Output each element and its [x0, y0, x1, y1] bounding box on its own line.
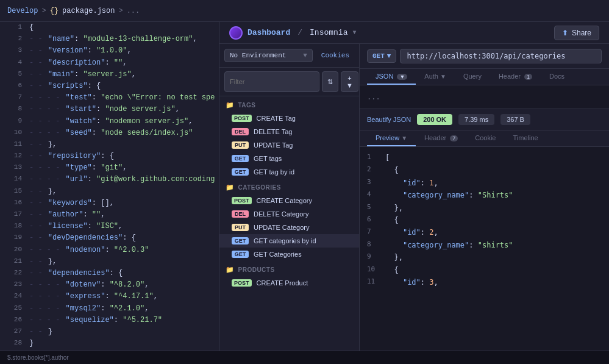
api-label: GET Categories — [254, 251, 302, 258]
res-line-4: 4 "category_name": "Shirts" — [367, 189, 602, 201]
code-line: 24- - - - "express": "^4.17.1", — [0, 291, 219, 302]
logo-insomnia: Insomnia — [310, 28, 347, 37]
code-line: 3- - "version": "1.0.0", — [0, 45, 219, 57]
api-item-get-categories-by-id[interactable]: GET GET categories by id — [219, 234, 359, 248]
cookies-button[interactable]: Cookies — [316, 49, 354, 62]
filter-sort-button[interactable]: ⇅ — [322, 71, 338, 92]
api-item-post-create-tag[interactable]: POST CREATE Tag — [219, 112, 359, 125]
api-item-del-delete-category[interactable]: DEL DELETE Category — [219, 207, 359, 221]
insomnia-body: No Environment ▼ Cookies ⇅ + ▼ — [219, 44, 609, 351]
api-item-post-create-category[interactable]: POST CREATE Category — [219, 194, 359, 207]
tab-query[interactable]: Query — [455, 69, 490, 85]
code-line: 2- - "name": "module-13-challenge-orm", — [0, 34, 219, 45]
code-line: 27- - } — [0, 326, 219, 338]
method-badge-del: DEL — [232, 210, 249, 218]
json-dropdown-icon: ▼ — [397, 74, 407, 80]
api-label: CREATE Tag — [257, 115, 296, 122]
res-line-9: 9 }, — [367, 251, 602, 263]
api-item-put-update-category[interactable]: PUT UPDATE Category — [219, 221, 359, 234]
code-line: 28} — [0, 338, 219, 349]
method-badge-get: GET — [232, 168, 249, 176]
api-label: GET tag by id — [254, 168, 294, 176]
method-badge-post: POST — [232, 279, 252, 287]
code-line: 23- - - - "dotenv": "^8.2.0", — [0, 279, 219, 291]
section-tags: 📁 TAGS — [219, 96, 359, 112]
code-line: 9- - - - "watch": "nodemon server.js", — [0, 116, 219, 127]
res-line-3: 3 "id": 1, — [367, 177, 602, 189]
json-placeholder: ... — [367, 93, 380, 101]
logo-caret-icon: ▼ — [352, 29, 356, 36]
api-item-post-create-product[interactable]: POST CREATE Product — [219, 276, 359, 290]
res-line-11: 11 "id": 3, — [367, 276, 602, 288]
api-item-get-categories[interactable]: GET GET Categories — [219, 248, 359, 261]
share-label: Share — [572, 29, 591, 37]
res-line-7: 7 "id": 2, — [367, 226, 602, 238]
response-panel: Beautify JSON 200 OK 7.39 ms 367 B Previ… — [360, 109, 609, 351]
api-item-del-delete-tag[interactable]: DEL DELETE Tag — [219, 125, 359, 138]
breadcrumb-sep2: > — [118, 7, 123, 15]
insomnia-header: Dashboard / Insomnia ▼ ⬆ Share — [219, 22, 609, 44]
breadcrumb-obj: {} — [50, 7, 59, 15]
logo-slash: / — [297, 28, 302, 37]
method-badge-put: PUT — [232, 141, 249, 149]
share-button[interactable]: ⬆ Share — [554, 26, 599, 40]
code-line: 15- - }, — [0, 186, 219, 198]
res-tab-header[interactable]: Header 7 — [416, 130, 466, 146]
code-line: 11- - }, — [0, 139, 219, 151]
res-tab-cookie[interactable]: Cookie — [466, 130, 504, 146]
section-tags-label: TAGS — [238, 102, 256, 109]
tab-header[interactable]: Header 1 — [490, 69, 541, 85]
url-input[interactable] — [400, 49, 602, 63]
beautify-row: Beautify JSON 200 OK 7.39 ms 367 B — [360, 109, 609, 130]
code-line: 21- - }, — [0, 256, 219, 268]
api-item-get-tag-by-id[interactable]: GET GET tag by id — [219, 165, 359, 179]
api-item-get-tags[interactable]: GET GET tags — [219, 152, 359, 165]
code-line: 20- - - - "nodemon": "^2.0.3" — [0, 244, 219, 256]
api-label: GET tags — [254, 155, 282, 162]
code-line: 17- - "author": "", — [0, 209, 219, 221]
code-line: 18- - "license": "ISC", — [0, 221, 219, 232]
request-tabs: JSON ▼ Auth ▼ Query Header 1 Docs — [360, 69, 609, 85]
environment-select[interactable]: No Environment ▼ — [224, 49, 313, 62]
header-count-badge: 7 — [450, 135, 458, 141]
breadcrumb-sep1: > — [41, 7, 46, 15]
code-line: 1{ — [0, 22, 219, 34]
code-line: 8- - - - "start": "node server.js", — [0, 104, 219, 115]
api-label: UPDATE Category — [254, 224, 310, 231]
beautify-button[interactable]: Beautify JSON — [367, 116, 411, 123]
res-tab-preview[interactable]: Preview ▼ — [367, 130, 416, 146]
sidebar-controls: No Environment ▼ Cookies — [219, 44, 359, 68]
url-bar: GET ▼ — [360, 44, 609, 69]
tab-auth[interactable]: Auth ▼ — [416, 69, 455, 85]
filter-input[interactable] — [224, 71, 319, 92]
api-label: CREATE Product — [257, 279, 308, 287]
code-line: 4- - "description": "", — [0, 57, 219, 69]
method-badge-del: DEL — [232, 128, 249, 135]
code-line: 6- - "scripts": { — [0, 80, 219, 92]
section-categories-label: CATEGORIES — [238, 184, 281, 191]
response-tabs: Preview ▼ Header 7 Cookie Timeline — [360, 130, 609, 147]
right-panel: Dashboard / Insomnia ▼ ⬆ Share No Enviro… — [219, 22, 609, 351]
res-tab-timeline[interactable]: Timeline — [505, 130, 547, 146]
res-line-10: 10 { — [367, 264, 602, 276]
api-label: DELETE Category — [254, 210, 308, 218]
breadcrumb-dots: ... — [127, 7, 140, 15]
tab-json[interactable]: JSON ▼ — [367, 69, 416, 85]
api-item-put-update-tag[interactable]: PUT UPDATE Tag — [219, 138, 359, 152]
tab-docs[interactable]: Docs — [541, 69, 573, 85]
json-area: ... — [360, 85, 609, 109]
logo-dashboard: Dashboard — [248, 28, 290, 37]
share-icon: ⬆ — [562, 29, 568, 37]
method-badge-post: POST — [232, 197, 252, 204]
insomnia-logo: Dashboard / Insomnia ▼ — [229, 26, 356, 40]
method-select[interactable]: GET ▼ — [367, 49, 396, 63]
code-line: 16- - "keywords": [], — [0, 198, 219, 209]
section-products-label: PRODUCTS — [238, 266, 275, 273]
env-caret-icon: ▼ — [303, 52, 307, 59]
res-line-5: 5 }, — [367, 202, 602, 214]
code-panel: 1{ 2- - "name": "module-13-challenge-orm… — [0, 22, 219, 351]
filter-add-button[interactable]: + ▼ — [341, 71, 358, 92]
code-line: 22- - "dependencies": { — [0, 268, 219, 279]
jsonpath-expression: $.store.books[*].author — [7, 354, 69, 361]
code-line: 25- - - - "mysql2": "^2.1.0", — [0, 303, 219, 315]
